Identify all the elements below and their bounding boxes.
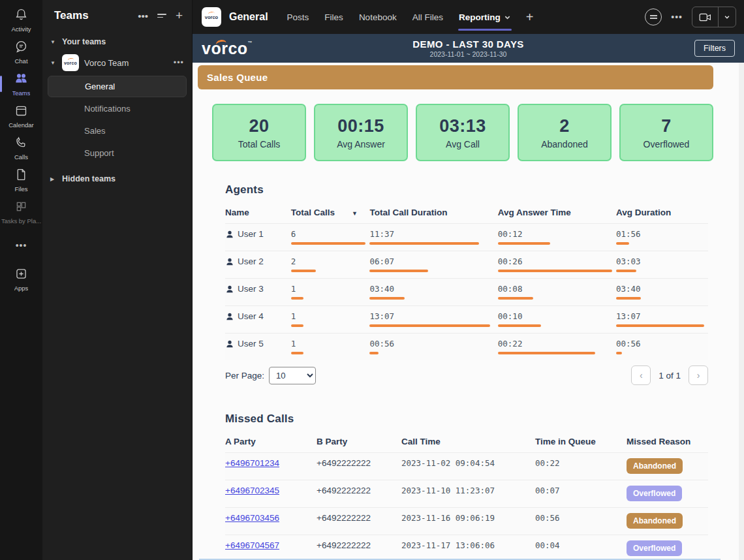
next-page-button[interactable]: ›	[689, 366, 708, 385]
apps-icon	[14, 267, 28, 283]
stat-card-avg-answer: 00:15Avg Answer	[314, 104, 408, 161]
rail-item-calls[interactable]: Calls	[0, 132, 42, 164]
col-header-time-in-queue: Time in Queue	[535, 431, 627, 453]
agent-avg-duration: 03:40	[616, 284, 641, 294]
channel-notifications[interactable]: Notifications	[48, 98, 187, 119]
total-call-duration-bar	[369, 352, 378, 354]
a-party-link[interactable]: +6496701234	[225, 458, 279, 468]
rail-item-tasks[interactable]: Tasks by Pla...	[0, 196, 42, 228]
channel-support[interactable]: Support	[48, 142, 187, 164]
video-camera-icon[interactable]	[692, 7, 719, 27]
header-more-icon[interactable]: •••	[671, 12, 683, 22]
rail-item-calendar[interactable]: Calendar	[0, 100, 42, 132]
missed-calls-table: A Party B Party Call Time Time in Queue …	[225, 431, 708, 560]
rail-item-files[interactable]: Files	[0, 164, 42, 196]
rail-item-teams[interactable]: Teams	[0, 68, 42, 100]
channel-sales[interactable]: Sales	[48, 120, 187, 142]
time-in-queue: 00:07	[535, 486, 560, 495]
tab-files[interactable]: Files	[318, 0, 349, 34]
rail-more-icon[interactable]: •••	[16, 234, 27, 257]
total-calls-bar	[291, 242, 366, 245]
tab-posts[interactable]: Posts	[281, 0, 315, 34]
tab-notebook[interactable]: Notebook	[353, 0, 403, 34]
per-page-select[interactable]: 10	[269, 367, 316, 384]
agent-total-call-duration: 13:07	[369, 311, 394, 321]
team-more-icon[interactable]: •••	[174, 58, 184, 67]
call-time: 2023-11-16 09:06:19	[401, 513, 495, 523]
total-call-duration-bar	[369, 242, 478, 245]
avg-answer-time-bar	[498, 270, 612, 272]
chat-bubble-icon[interactable]	[645, 8, 662, 25]
agent-total-calls: 6	[291, 229, 296, 239]
a-party-link[interactable]: +6496702345	[225, 486, 279, 495]
call-time: 2023-11-17 13:06:06	[401, 540, 495, 550]
b-party-number: +6492222222	[317, 540, 371, 550]
sidebar-more-icon[interactable]: •••	[138, 10, 148, 22]
chevron-expanded-icon: ▼	[50, 39, 57, 45]
rail-item-activity[interactable]: Activity	[0, 4, 42, 36]
avg-answer-time-bar	[498, 352, 595, 354]
rail-item-label: Files	[14, 185, 27, 193]
app-rail: Activity Chat Teams Calendar Calls Files…	[0, 0, 42, 560]
stat-cards: 20Total Calls 00:15Avg Answer 03:13Avg C…	[212, 104, 713, 161]
col-header-name[interactable]: Name	[225, 202, 291, 224]
person-icon	[225, 257, 234, 266]
file-icon	[14, 168, 28, 184]
rail-item-apps[interactable]: Apps	[0, 263, 42, 295]
tab-label: Posts	[287, 12, 309, 22]
channel-general[interactable]: General	[48, 76, 187, 97]
team-row-vorco[interactable]: ▼ vorco Vorco Team •••	[42, 50, 192, 75]
stat-label: Abandoned	[541, 139, 588, 149]
col-header-total-calls[interactable]: Total Calls▼	[291, 202, 370, 224]
agent-avg-answer-time: 00:10	[498, 311, 523, 321]
missed-call-row: +6496702345 +6492222222 2023-11-10 11:23…	[225, 480, 708, 508]
tab-all-files[interactable]: All Files	[407, 0, 449, 34]
tab-reporting[interactable]: Reporting	[453, 0, 517, 34]
sort-desc-icon: ▼	[352, 210, 358, 217]
col-header-total-call-duration[interactable]: Total Call Duration	[369, 202, 497, 224]
team-avatar: vorco	[62, 54, 79, 71]
missed-call-row: +6496704567 +6492222222 2023-11-17 13:06…	[225, 535, 708, 560]
agent-avg-answer-time: 00:12	[498, 229, 523, 239]
stat-label: Avg Answer	[337, 139, 385, 149]
agent-total-calls: 1	[291, 339, 296, 349]
avg-duration-bar	[616, 297, 641, 300]
filters-button[interactable]: Filters	[694, 40, 735, 57]
agent-name: User 1	[238, 229, 264, 239]
avg-duration-bar	[616, 242, 629, 245]
a-party-link[interactable]: +6496703456	[225, 513, 279, 523]
bell-icon	[14, 8, 28, 24]
meet-options-chevron-icon[interactable]	[719, 14, 736, 20]
channel-label: Notifications	[84, 104, 131, 114]
your-teams-toggle[interactable]: ▼ Your teams	[42, 33, 192, 50]
stat-value: 20	[249, 116, 269, 136]
prev-page-button[interactable]: ‹	[631, 366, 651, 385]
agent-name: User 5	[238, 339, 264, 349]
stat-card-avg-call: 03:13Avg Call	[416, 104, 510, 161]
add-tab-button[interactable]: +	[521, 10, 539, 25]
rail-item-label: Calls	[14, 153, 28, 161]
a-party-link[interactable]: +6496704567	[225, 540, 279, 550]
rail-item-chat[interactable]: Chat	[0, 36, 42, 68]
time-in-queue: 00:04	[535, 540, 560, 550]
agent-row: User 4 1 13:07 00:10 13:07	[225, 306, 708, 334]
agent-avg-duration: 03:03	[616, 257, 641, 266]
stat-value: 00:15	[337, 116, 384, 136]
agent-avg-duration: 01:56	[616, 229, 641, 239]
missed-calls-title: Missed Calls	[225, 412, 708, 426]
missed-call-row: +6496701234 +6492222222 2023-11-02 09:04…	[225, 453, 708, 480]
add-team-icon[interactable]: +	[176, 8, 183, 23]
vorco-logo: vorco™	[202, 40, 253, 57]
total-call-duration-bar	[369, 324, 490, 327]
person-icon	[225, 312, 234, 321]
rail-item-label: Calendar	[8, 121, 34, 129]
vertical-scrollbar[interactable]	[739, 63, 744, 560]
filter-icon[interactable]	[157, 14, 166, 18]
agent-row: User 5 1 00:56 00:22 00:56	[225, 334, 708, 361]
total-call-duration-bar	[369, 297, 404, 300]
hidden-teams-toggle[interactable]: ▶ Hidden teams	[42, 170, 192, 187]
total-calls-bar	[291, 270, 316, 272]
agent-total-call-duration: 03:40	[369, 284, 394, 294]
col-header-avg-duration[interactable]: Avg Duration	[616, 202, 708, 224]
col-header-avg-answer-time[interactable]: Avg Answer Time	[498, 202, 616, 224]
